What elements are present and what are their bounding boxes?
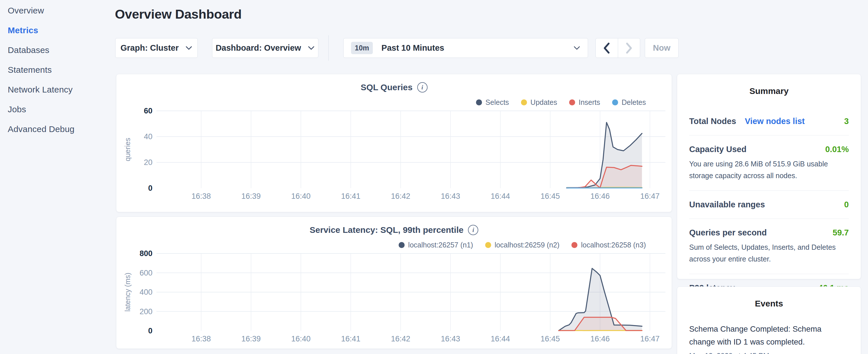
divider bbox=[689, 274, 849, 274]
legend-dot-icon bbox=[485, 242, 491, 248]
sidebar-item-overview[interactable]: Overview bbox=[8, 1, 111, 20]
svg-text:800: 800 bbox=[140, 249, 152, 258]
unavailable-ranges-value: 0 bbox=[844, 200, 849, 210]
svg-text:16:40: 16:40 bbox=[291, 334, 311, 343]
capacity-description: You are using 28.6 MiB of 515.9 GiB usab… bbox=[689, 158, 849, 181]
chart-canvas[interactable]: 16:3816:3916:4016:4116:4216:4316:4416:45… bbox=[116, 248, 672, 348]
svg-text:0: 0 bbox=[148, 184, 152, 192]
graph-scope-dropdown[interactable]: Graph: Cluster bbox=[115, 38, 198, 58]
legend-dot-icon bbox=[476, 99, 482, 105]
chevron-down-icon bbox=[308, 45, 315, 51]
cockroachdb-admin-ui: { "sidebar": { "items": [ {"label": "Ove… bbox=[0, 0, 868, 354]
svg-text:0: 0 bbox=[148, 326, 152, 335]
info-icon[interactable]: i bbox=[468, 225, 478, 235]
svg-text:400: 400 bbox=[140, 288, 152, 296]
sidebar-item-databases[interactable]: Databases bbox=[8, 40, 111, 60]
dashboard-dropdown[interactable]: Dashboard: Overview bbox=[212, 38, 318, 58]
divider bbox=[689, 135, 849, 135]
svg-text:16:38: 16:38 bbox=[191, 334, 211, 343]
sql-queries-chart-panel: SQL Queries i SelectsUpdatesInsertsDelet… bbox=[116, 74, 672, 212]
chart-title: Service Latency: SQL, 99th percentile bbox=[310, 225, 464, 235]
summary-row-unavailable-ranges: Unavailable ranges 0 bbox=[689, 200, 849, 210]
sidebar-item-jobs[interactable]: Jobs bbox=[8, 99, 111, 119]
capacity-label: Capacity Used bbox=[689, 144, 746, 154]
svg-text:16:42: 16:42 bbox=[391, 334, 410, 343]
svg-text:40: 40 bbox=[144, 132, 152, 141]
svg-text:16:39: 16:39 bbox=[241, 192, 261, 200]
svg-text:16:44: 16:44 bbox=[491, 192, 510, 200]
view-nodes-list-link[interactable]: View nodes list bbox=[745, 117, 805, 126]
legend-dot-icon bbox=[612, 99, 618, 105]
svg-text:latency (ms): latency (ms) bbox=[124, 273, 131, 312]
divider bbox=[689, 190, 849, 191]
qps-value: 59.7 bbox=[833, 228, 849, 237]
divider bbox=[689, 219, 849, 219]
total-nodes-label: Total Nodes bbox=[689, 117, 736, 126]
svg-text:16:45: 16:45 bbox=[540, 192, 560, 200]
chart-title: SQL Queries bbox=[361, 83, 412, 92]
legend-dot-icon bbox=[521, 99, 527, 105]
capacity-value: 0.01% bbox=[825, 144, 849, 154]
qps-description: Sum of Selects, Updates, Inserts, and De… bbox=[689, 242, 849, 265]
sidebar-nav: Overview Metrics Databases Statements Ne… bbox=[8, 1, 111, 139]
svg-text:200: 200 bbox=[140, 307, 152, 316]
now-button[interactable]: Now bbox=[645, 38, 679, 58]
svg-text:60: 60 bbox=[144, 106, 152, 115]
qps-label: Queries per second bbox=[689, 228, 767, 237]
step-forward-button[interactable] bbox=[618, 38, 640, 58]
summary-row-capacity: Capacity Used 0.01% bbox=[689, 144, 849, 154]
sidebar-item-advanced-debug[interactable]: Advanced Debug bbox=[8, 119, 111, 139]
svg-text:16:40: 16:40 bbox=[291, 192, 311, 200]
svg-text:16:39: 16:39 bbox=[241, 334, 261, 343]
svg-text:16:41: 16:41 bbox=[341, 192, 361, 200]
step-back-button[interactable] bbox=[596, 38, 618, 58]
svg-text:16:46: 16:46 bbox=[590, 192, 610, 200]
summary-title: Summary bbox=[677, 74, 861, 96]
sidebar-item-network-latency[interactable]: Network Latency bbox=[8, 79, 111, 99]
summary-row-total-nodes: Total Nodes View nodes list 3 bbox=[689, 117, 849, 126]
svg-text:queries: queries bbox=[124, 138, 131, 161]
summary-row-qps: Queries per second 59.7 bbox=[689, 228, 849, 237]
legend-dot-icon bbox=[569, 99, 575, 105]
events-panel: Events Schema Change Completed: Schema c… bbox=[677, 286, 861, 354]
time-step-buttons bbox=[595, 38, 640, 58]
svg-text:16:45: 16:45 bbox=[540, 334, 560, 343]
chevron-down-icon bbox=[574, 46, 580, 51]
dashboard-label: Dashboard: Overview bbox=[216, 43, 301, 53]
svg-text:16:41: 16:41 bbox=[341, 334, 361, 343]
svg-text:16:43: 16:43 bbox=[441, 334, 460, 343]
summary-panel: Summary Total Nodes View nodes list 3 Ca… bbox=[677, 74, 861, 279]
svg-text:16:46: 16:46 bbox=[590, 334, 610, 343]
total-nodes-value: 3 bbox=[844, 117, 849, 126]
page-title: Overview Dashboard bbox=[115, 7, 242, 22]
event-item-timestamp: May 13, 2020 at 4:45 PM bbox=[689, 352, 849, 354]
sidebar-item-metrics[interactable]: Metrics bbox=[8, 20, 111, 40]
svg-text:16:38: 16:38 bbox=[191, 192, 211, 200]
time-range-dropdown[interactable]: 10m Past 10 Minutes bbox=[343, 38, 588, 58]
svg-text:600: 600 bbox=[140, 269, 152, 277]
svg-text:16:44: 16:44 bbox=[491, 334, 510, 343]
graph-scope-label: Graph: Cluster bbox=[120, 43, 179, 53]
svg-text:16:47: 16:47 bbox=[640, 334, 660, 343]
info-icon[interactable]: i bbox=[417, 82, 428, 93]
now-button-label: Now bbox=[653, 43, 670, 53]
chart-canvas[interactable]: 16:3816:3916:4016:4116:4216:4316:4416:45… bbox=[116, 105, 672, 205]
sidebar-item-statements[interactable]: Statements bbox=[8, 60, 111, 79]
legend-dot-icon bbox=[571, 242, 578, 248]
time-range-badge: 10m bbox=[351, 42, 373, 54]
unavailable-ranges-label: Unavailable ranges bbox=[689, 200, 765, 210]
events-title: Events bbox=[677, 287, 861, 309]
svg-text:16:42: 16:42 bbox=[391, 192, 410, 200]
time-range-label: Past 10 Minutes bbox=[381, 43, 444, 53]
chevron-down-icon bbox=[185, 45, 192, 51]
event-item-text: Schema Change Completed: Schema change w… bbox=[689, 323, 849, 348]
svg-text:20: 20 bbox=[144, 158, 152, 167]
svg-text:16:47: 16:47 bbox=[640, 192, 660, 200]
svg-text:16:43: 16:43 bbox=[441, 192, 460, 200]
service-latency-chart-panel: Service Latency: SQL, 99th percentile i … bbox=[116, 217, 672, 349]
legend-dot-icon bbox=[399, 242, 405, 248]
